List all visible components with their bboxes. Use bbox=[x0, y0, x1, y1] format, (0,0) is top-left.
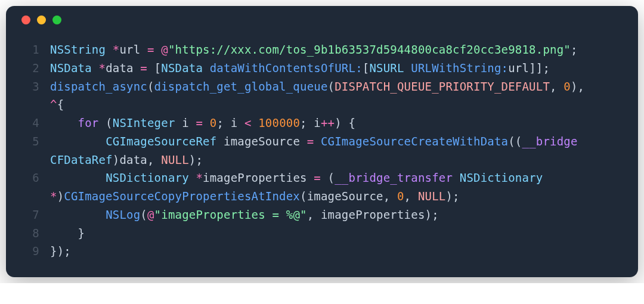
line-number: 5 bbox=[21, 132, 39, 151]
code-content: for (NSInteger i = 0; i < 100000; i++) { bbox=[50, 114, 355, 132]
code-content: }); bbox=[50, 242, 71, 260]
line-number: 9 bbox=[21, 242, 39, 260]
code-line: 7 NSLog(@"imageProperties = %@", imagePr… bbox=[21, 206, 623, 224]
code-content: ^{ bbox=[50, 95, 64, 114]
code-line: 9}); bbox=[21, 242, 623, 260]
line-number: 3 bbox=[21, 77, 39, 96]
code-content: } bbox=[50, 224, 85, 243]
line-number: 8 bbox=[21, 224, 39, 243]
line-number: 2 bbox=[21, 59, 39, 77]
code-line: 1NSString *url = @"https://xxx.com/tos_9… bbox=[21, 41, 623, 59]
code-content: *)CGImageSourceCopyPropertiesAtIndex(ima… bbox=[50, 187, 460, 206]
code-line-continuation: CFDataRef)data, NULL); bbox=[21, 151, 623, 169]
code-content: NSData *data = [NSData dataWithContentsO… bbox=[50, 59, 550, 77]
code-editor[interactable]: 1NSString *url = @"https://xxx.com/tos_9… bbox=[6, 33, 638, 277]
code-line: 6 NSDictionary *imageProperties = (__bri… bbox=[21, 169, 623, 187]
code-content: CFDataRef)data, NULL); bbox=[50, 151, 203, 169]
code-line-continuation: ^{ bbox=[21, 95, 623, 114]
code-content: NSString *url = @"https://xxx.com/tos_9b… bbox=[50, 41, 578, 59]
titlebar bbox=[6, 6, 638, 33]
code-content: NSLog(@"imageProperties = %@", imageProp… bbox=[50, 206, 439, 224]
code-window: 1NSString *url = @"https://xxx.com/tos_9… bbox=[6, 6, 638, 277]
line-number: 7 bbox=[21, 206, 39, 224]
code-line: 4 for (NSInteger i = 0; i < 100000; i++)… bbox=[21, 114, 623, 132]
code-line: 5 CGImageSourceRef imageSource = CGImage… bbox=[21, 132, 623, 151]
code-content: CGImageSourceRef imageSource = CGImageSo… bbox=[50, 132, 584, 151]
close-icon[interactable] bbox=[21, 15, 30, 24]
line-number: 4 bbox=[21, 114, 39, 132]
code-content: dispatch_async(dispatch_get_global_queue… bbox=[50, 77, 592, 96]
code-line: 8 } bbox=[21, 224, 623, 243]
fullscreen-icon[interactable] bbox=[52, 15, 61, 24]
code-line-continuation: *)CGImageSourceCopyPropertiesAtIndex(ima… bbox=[21, 187, 623, 206]
minimize-icon[interactable] bbox=[37, 15, 46, 24]
code-line: 3dispatch_async(dispatch_get_global_queu… bbox=[21, 77, 623, 96]
code-line: 2NSData *data = [NSData dataWithContents… bbox=[21, 59, 623, 77]
code-content: NSDictionary *imageProperties = (__bridg… bbox=[50, 169, 550, 187]
line-number: 6 bbox=[21, 169, 39, 187]
line-number: 1 bbox=[21, 41, 39, 59]
